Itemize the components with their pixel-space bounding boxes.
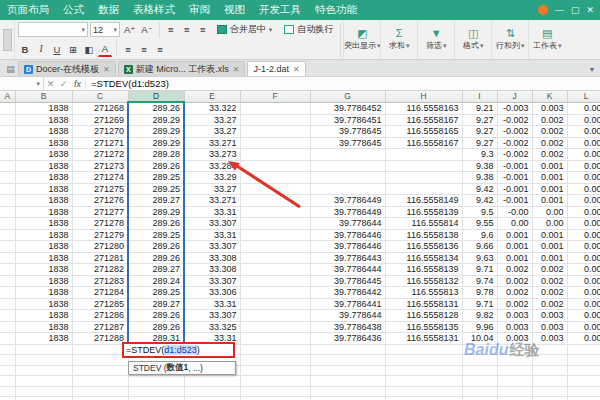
cell-K23[interactable] [532, 355, 567, 366]
align-left-icon[interactable]: ≡ [164, 22, 178, 38]
cell-G26[interactable] [310, 386, 385, 397]
cell-D1[interactable]: 289.26 [128, 102, 184, 114]
cell-J15[interactable]: 0.002 [497, 264, 532, 276]
cell-L27[interactable] [567, 397, 600, 400]
cell-J21[interactable]: 0.003 [497, 333, 532, 345]
cell-I8[interactable]: 9.42 [462, 183, 497, 195]
cell-G3[interactable]: 39.778645 [310, 126, 385, 138]
cell-K7[interactable]: 0.001 [532, 172, 567, 184]
cell-A27[interactable] [0, 397, 15, 400]
cell-I20[interactable]: 9.96 [462, 321, 497, 333]
cell-H25[interactable] [385, 376, 462, 387]
cell-A25[interactable] [0, 376, 15, 387]
cell-J14[interactable]: 0.001 [497, 252, 532, 264]
cell-F8[interactable] [240, 183, 310, 195]
cell-C5[interactable]: 271272 [72, 149, 128, 161]
cell-H10[interactable]: 116.5558139 [385, 206, 462, 218]
cell-B15[interactable]: 1838 [15, 264, 72, 276]
column-header-C[interactable]: C [72, 91, 128, 102]
cell-D4[interactable]: 289.29 [128, 137, 184, 149]
cell-I13[interactable]: 9.66 [462, 241, 497, 253]
editing-cell-stdev[interactable]: =STDEV(d1:d523) [122, 342, 235, 358]
wrap-text-button[interactable]: 自动换行 [279, 21, 338, 38]
cell-K1[interactable]: 0.003 [532, 102, 567, 114]
cell-I11[interactable]: 9.55 [462, 218, 497, 230]
font-name-select[interactable]: ▾ [18, 22, 88, 37]
italic-button[interactable]: I [34, 41, 48, 57]
cell-L10[interactable]: 0.00 [567, 206, 600, 218]
cell-B25[interactable] [15, 376, 72, 387]
cell-K24[interactable] [532, 365, 567, 376]
cell-B3[interactable]: 1838 [15, 126, 72, 138]
cell-B16[interactable]: 1838 [15, 275, 72, 287]
cell-A21[interactable] [0, 333, 15, 345]
cell-E15[interactable]: 33.308 [184, 264, 240, 276]
cell-C10[interactable]: 271277 [72, 206, 128, 218]
font-color-button[interactable]: A [98, 41, 112, 57]
cell-G24[interactable] [310, 365, 385, 376]
cell-F20[interactable] [240, 321, 310, 333]
menu-tab-special-features[interactable]: 特色功能 [308, 0, 364, 20]
cell-G5[interactable] [310, 149, 385, 161]
cell-D16[interactable]: 289.24 [128, 275, 184, 287]
cell-F21[interactable] [240, 333, 310, 345]
cell-F6[interactable] [240, 160, 310, 172]
cell-B8[interactable]: 1838 [15, 183, 72, 195]
cell-F22[interactable] [240, 344, 310, 355]
doc-tab-j-1-2-dat[interactable]: J-1-2.dat ✕ [247, 61, 305, 76]
column-header-I[interactable]: I [462, 91, 497, 102]
cell-J1[interactable]: -0.003 [497, 102, 532, 114]
cell-D17[interactable]: 289.25 [128, 287, 184, 299]
cell-E13[interactable]: 33.307 [184, 241, 240, 253]
grow-font-button[interactable]: A⁺ [122, 22, 137, 38]
cell-K21[interactable]: 0.003 [532, 333, 567, 345]
cell-F27[interactable] [240, 397, 310, 400]
cell-C17[interactable]: 271284 [72, 287, 128, 299]
cell-K15[interactable]: 0.002 [532, 264, 567, 276]
cell-B14[interactable]: 1838 [15, 252, 72, 264]
cell-D11[interactable]: 289.26 [128, 218, 184, 230]
cell-K22[interactable] [532, 344, 567, 355]
cell-A14[interactable] [0, 252, 15, 264]
cell-D3[interactable]: 289.29 [128, 126, 184, 138]
cell-C7[interactable]: 271274 [72, 172, 128, 184]
cell-D27[interactable] [128, 397, 184, 400]
cell-B4[interactable]: 1838 [15, 137, 72, 149]
cell-E5[interactable]: 33.273 [184, 149, 240, 161]
cell-D25[interactable] [128, 376, 184, 387]
cell-G14[interactable]: 39.7786443 [310, 252, 385, 264]
cell-K6[interactable]: 0.001 [532, 160, 567, 172]
cell-H16[interactable]: 116.5558132 [385, 275, 462, 287]
cell-K14[interactable]: 0.001 [532, 252, 567, 264]
cell-J16[interactable]: 0.002 [497, 275, 532, 287]
cell-D13[interactable]: 289.26 [128, 241, 184, 253]
cell-D9[interactable]: 289.27 [128, 195, 184, 207]
cell-L19[interactable]: 0.00 [567, 310, 600, 322]
cell-C27[interactable] [72, 397, 128, 400]
cell-I22[interactable] [462, 344, 497, 355]
align-middle-icon[interactable]: ≡ [137, 41, 151, 57]
column-header-A[interactable]: A [0, 91, 15, 102]
rows-columns-button[interactable]: ⇅ 行和列▾ [491, 20, 528, 59]
cell-B27[interactable] [15, 397, 72, 400]
cell-J23[interactable] [497, 355, 532, 366]
cell-G11[interactable]: 39.778644 [310, 218, 385, 230]
cell-I25[interactable] [462, 376, 497, 387]
cell-G2[interactable]: 39.7786451 [310, 114, 385, 126]
cell-G10[interactable]: 39.7786449 [310, 206, 385, 218]
cell-I19[interactable]: 9.82 [462, 310, 497, 322]
cell-C18[interactable]: 271285 [72, 298, 128, 310]
cell-H17[interactable]: 116.555813 [385, 287, 462, 299]
cell-H27[interactable] [385, 397, 462, 400]
cell-B24[interactable] [15, 365, 72, 376]
cell-L22[interactable] [567, 344, 600, 355]
close-tab-icon[interactable]: ✕ [102, 65, 110, 74]
cell-H8[interactable] [385, 183, 462, 195]
close-tab-icon[interactable]: ✕ [232, 65, 240, 74]
cell-H9[interactable]: 116.5558149 [385, 195, 462, 207]
cell-I7[interactable]: 9.38 [462, 172, 497, 184]
cell-E1[interactable]: 33.322 [184, 102, 240, 114]
cell-H6[interactable] [385, 160, 462, 172]
cell-L18[interactable]: 0.00 [567, 298, 600, 310]
cell-A2[interactable] [0, 114, 15, 126]
